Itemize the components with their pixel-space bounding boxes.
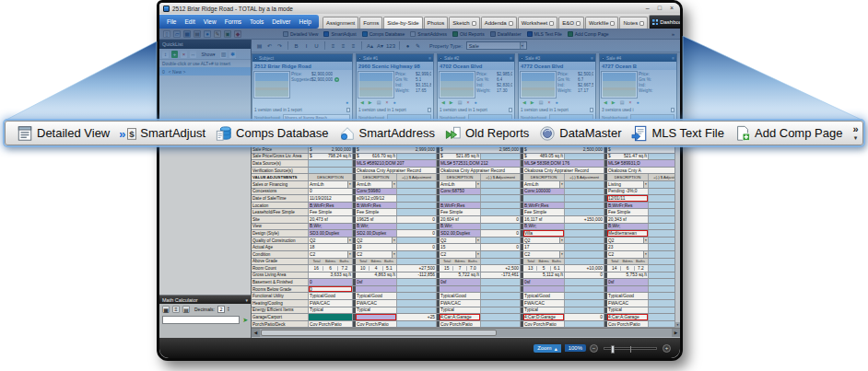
comp-description-cell[interactable]: Q2▾ [440,238,481,244]
calculator-icon[interactable]: ▦ [162,306,170,313]
subject-cell[interactable]: 20,473 sf [309,216,353,223]
comp-description-cell[interactable]: 4;Car;D;Garage [523,314,565,320]
comp-description-cell[interactable]: Q2▾ [523,238,565,244]
comp-description-cell[interactable] [440,195,481,202]
comp-adjustment-cell[interactable] [481,279,521,285]
comp-description-cell[interactable]: 23 [607,244,649,250]
chevron-down-icon[interactable]: ▾ [347,238,352,244]
chevron-down-icon[interactable]: ▾ [392,251,396,258]
zoom-in-button[interactable]: + [663,344,671,353]
comp-adjustment-cell[interactable] [565,189,604,195]
adjustment-cell[interactable] [565,259,604,265]
add-suggested-icon[interactable]: + [334,77,339,82]
comp-description-cell[interactable]: B;Wtr; [523,224,565,230]
print-icon[interactable]: ▤ [194,30,201,38]
delete-icon[interactable]: × [466,99,469,105]
callout-mls-text-file[interactable]: MLS Text File [631,125,724,142]
comp-description-cell[interactable]: 5,722 sq.ft [440,272,481,279]
comp-adjustment-cell[interactable] [565,209,604,215]
tab-side-by-side[interactable]: Side-by-Side [383,17,422,29]
decimals-value[interactable]: 2 [217,306,225,313]
toolbar-overflow-button[interactable]: »▾ [852,125,858,142]
comp-description-cell[interactable]: $521.85 sq.ft [440,154,481,160]
comp-description-cell[interactable]: Villa [523,230,565,237]
chevron-down-icon[interactable]: ▾ [475,238,480,244]
comp-adjustment-cell[interactable] [481,300,521,307]
comp-adjustment-cell[interactable] [481,189,521,195]
subject-cell[interactable]: 0 [309,279,353,285]
menu-item-view[interactable]: View [204,18,217,25]
align-left-button[interactable]: ≡ [329,41,337,51]
menu-item-edit[interactable]: Edit [184,18,194,25]
tab-assignment[interactable]: Assignment [323,17,358,29]
delete-icon[interactable]: × [385,99,388,105]
card-sale-4[interactable]: Sale #4≡4727 Ocean BPrice:Grs %:Ind:Weig… [599,53,677,122]
subject-cell[interactable]: Q2▾ [309,238,353,244]
tab-sketch[interactable]: Sketch [449,17,479,29]
comp-description-cell[interactable]: SD2.00;Duplex [440,230,481,237]
comp-description-cell[interactable]: C2▾ [356,251,397,258]
comp-description-cell[interactable]: B;WtrFr;Res [440,203,481,209]
subject-cell[interactable]: $2,900,000 [309,146,353,153]
comp-description-cell[interactable]: C2▾ [607,251,649,258]
subject-cell[interactable] [309,314,353,320]
zoom-menu-button[interactable]: Zoom ▴ [534,344,560,353]
mini-smartadjust[interactable]: SmartAdjust [323,31,356,37]
web-icon[interactable]: ● [555,99,557,105]
chevron-down-icon[interactable]: ▾ [559,251,564,258]
format-painter-icon[interactable]: ✎ [414,41,422,51]
toolbar-overflow-icon[interactable]: » [672,31,676,37]
callout-datamaster[interactable]: DataMaster [539,125,621,142]
paste-icon[interactable]: ▤ [255,41,264,51]
chevron-down-icon[interactable]: ▾ [643,181,648,188]
subject-cell[interactable]: Cov Porch/Patio [309,321,353,328]
scroll-left-icon[interactable]: ◀ [252,329,260,337]
delete-icon[interactable]: × [181,51,187,58]
undo-icon[interactable]: ↶ [265,41,274,51]
vertical-scrollbar[interactable]: ▾ [674,146,680,328]
callout-smartaddress[interactable]: SmartAddress [339,125,435,142]
comp-description-cell[interactable]: B;Wtr; [440,224,481,230]
subject-cell[interactable]: B;WtrFr;Res [309,203,353,209]
comp-description-cell[interactable]: 0sf [356,279,397,285]
subject-cell[interactable]: ArmLth▾ [309,181,353,188]
comp-adjustment-cell[interactable] [397,251,437,258]
comp-adjustment-cell[interactable] [565,203,604,209]
web-icon[interactable]: ● [204,30,211,38]
comp-description-cell[interactable]: 17 [523,244,565,250]
comp-description-cell[interactable]: 4;Car;A;Garage [607,314,649,320]
scroll-right-icon[interactable]: ▶ [672,329,680,337]
menu-item-tools[interactable]: Tools [250,18,264,25]
comp-description-cell[interactable]: Listing▾ [607,181,649,188]
mini-smartaddress[interactable]: SmartAddress [410,31,447,37]
comp-adjustment-cell[interactable]: +10,000 [565,265,604,272]
comp-adjustment-cell[interactable] [481,154,521,160]
share-icon[interactable]: ◆ [234,30,241,38]
calculator-input[interactable] [162,316,240,324]
comp-description-cell[interactable]: SD2.00;Duplex [356,230,397,237]
quicklist-item-new[interactable]: 0 < New > [159,67,251,75]
show-dropdown-button[interactable]: Show▾ [199,51,217,58]
next-arrow-icon[interactable]: ▶ [531,99,534,105]
neighborhood-value[interactable] [549,114,593,121]
comp-description-cell[interactable]: s09/12;c09/12 [356,195,397,202]
copy-icon[interactable]: ▤ [458,99,463,105]
card-menu-icon[interactable]: ≡ [510,56,512,61]
subject-cell[interactable]: B;Wtr; [309,224,353,230]
subject-cell[interactable]: Typical [309,307,353,314]
comp-description-cell[interactable]: B;Wtr; [607,224,649,230]
delete-icon[interactable]: × [547,99,550,105]
comp-adjustment-cell[interactable] [397,307,437,314]
subject-cell[interactable]: SD3.00;Duplex [309,230,353,237]
comp-description-cell[interactable]: B;WtrFr;Res [523,203,565,209]
comp-description-cell[interactable]: B;WtrFr;Res [607,203,649,209]
comp-adjustment-cell[interactable] [565,307,604,314]
comp-description-cell[interactable]: Cov Porch/Patio [356,321,397,328]
comp-description-cell[interactable]: Mediterranean [607,230,649,237]
comp-adjustment-cell[interactable] [565,154,604,160]
chevron-down-icon[interactable]: ▾ [392,238,396,244]
comp-description-cell[interactable]: Typical [523,307,565,314]
comp-description-cell[interactable]: ArmLth▾ [356,181,397,188]
comp-adjustment-cell[interactable] [565,251,604,258]
comp-adjustment-cell[interactable]: 0 [397,216,437,223]
